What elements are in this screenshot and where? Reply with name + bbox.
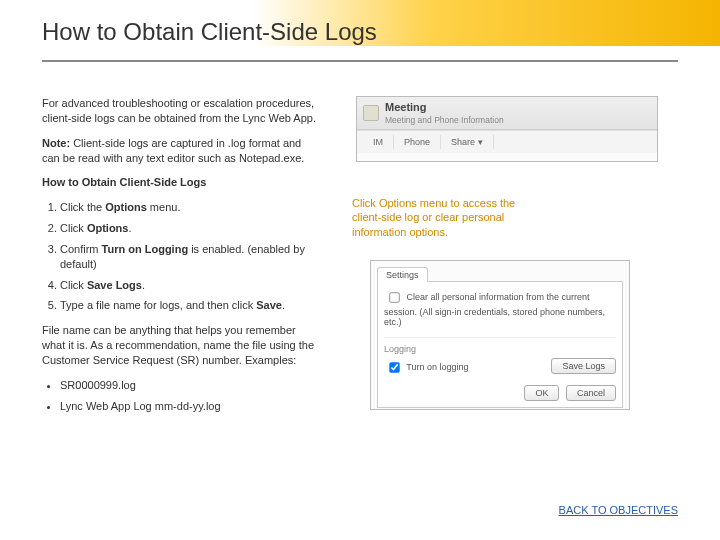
page-title: How to Obtain Client-Side Logs [42, 18, 377, 46]
meeting-title: Meeting [385, 101, 504, 113]
tab-phone: Phone [394, 135, 441, 149]
filename-tip: File name can be anything that helps you… [42, 323, 322, 368]
meeting-bar-screenshot: Meeting Meeting and Phone Information IM… [356, 96, 658, 162]
meeting-title-block: Meeting Meeting and Phone Information [385, 101, 504, 125]
meeting-header: Meeting Meeting and Phone Information [357, 97, 657, 130]
settings-tab: Settings [377, 267, 428, 282]
clear-info-checkbox [389, 292, 399, 302]
tab-im: IM [363, 135, 394, 149]
example-1: SR0000999.log [60, 378, 322, 393]
clear-info-row: Clear all personal information from the … [384, 288, 616, 327]
logging-heading: Logging [384, 344, 616, 354]
ok-button: OK [524, 385, 559, 401]
left-column: For advanced troubleshooting or escalati… [42, 96, 322, 420]
turn-on-logging-label: Turn on logging [406, 362, 468, 372]
save-logs-button: Save Logs [551, 358, 616, 374]
meeting-subtitle: Meeting and Phone Information [385, 115, 504, 125]
logging-section: Logging Turn on logging Save Logs [384, 337, 616, 377]
subheading: How to Obtain Client-Side Logs [42, 175, 322, 190]
tab-share: Share ▾ [441, 135, 494, 149]
back-to-objectives-link[interactable]: BACK TO OBJECTIVES [559, 504, 678, 516]
meeting-tabs: IM Phone Share ▾ [357, 130, 657, 153]
settings-panel: Clear all personal information from the … [377, 281, 623, 408]
note-text: Note: Client-side logs are captured in .… [42, 136, 322, 166]
step-4: Click Save Logs. [60, 278, 322, 293]
meeting-icon [363, 105, 379, 121]
step-3: Confirm Turn on Logging is enabled. (ena… [60, 242, 322, 272]
callout-text: Click Options menu to access the client-… [352, 196, 522, 239]
dialog-button-row: OK Cancel [384, 385, 616, 401]
step-5: Type a file name for logs, and then clic… [60, 298, 322, 313]
intro-text: For advanced troubleshooting or escalati… [42, 96, 322, 126]
settings-dialog-screenshot: Settings Clear all personal information … [370, 260, 630, 410]
example-2: Lync Web App Log mm-dd-yy.log [60, 399, 322, 414]
right-column: Click Options menu to access the client-… [352, 196, 678, 239]
step-1: Click the Options menu. [60, 200, 322, 215]
clear-info-label: Clear all personal information from the … [384, 292, 605, 327]
note-body: Client-side logs are captured in .log fo… [42, 137, 304, 164]
cancel-button: Cancel [566, 385, 616, 401]
examples-list: SR0000999.log Lync Web App Log mm-dd-yy.… [42, 378, 322, 414]
step-2: Click Options. [60, 221, 322, 236]
note-label: Note: [42, 137, 70, 149]
steps-list: Click the Options menu. Click Options. C… [42, 200, 322, 313]
turn-on-logging-checkbox [389, 362, 399, 372]
divider [42, 60, 678, 62]
logging-row: Turn on logging Save Logs [384, 358, 616, 377]
